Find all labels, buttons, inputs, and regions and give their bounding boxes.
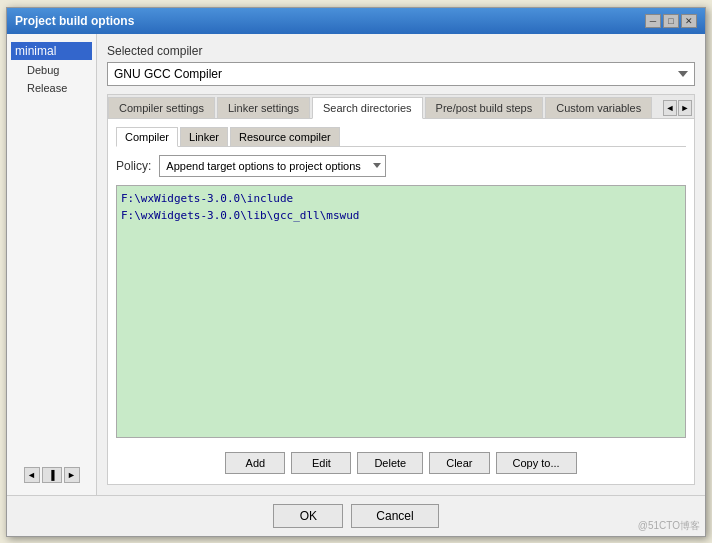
window-content: minimal Debug Release ◄ ▐ ► Selected com…: [7, 34, 705, 495]
watermark: @51CTO博客: [638, 519, 700, 533]
tab-content: Compiler Linker Resource compiler Policy…: [108, 119, 694, 484]
ok-button[interactable]: OK: [273, 504, 343, 528]
minimize-button[interactable]: ─: [645, 14, 661, 28]
left-panel: minimal Debug Release ◄ ▐ ►: [7, 34, 97, 495]
scroll-right-btn[interactable]: ►: [64, 467, 80, 483]
compiler-dropdown: GNU GCC Compiler: [107, 62, 695, 86]
cancel-button[interactable]: Cancel: [351, 504, 438, 528]
close-button[interactable]: ✕: [681, 14, 697, 28]
tree-item-release[interactable]: Release: [11, 80, 92, 96]
tab-compiler-settings[interactable]: Compiler settings: [108, 97, 215, 118]
compiler-section: Selected compiler GNU GCC Compiler: [107, 44, 695, 86]
tree-item-minimal[interactable]: minimal: [11, 42, 92, 60]
delete-button[interactable]: Delete: [357, 452, 423, 474]
compiler-label: Selected compiler: [107, 44, 695, 58]
tab-custom-variables[interactable]: Custom variables: [545, 97, 652, 118]
tab-nav-buttons: ◄ ►: [661, 98, 694, 118]
edit-button[interactable]: Edit: [291, 452, 351, 474]
dir-entry-0: F:\wxWidgets-3.0.0\include: [121, 190, 681, 208]
add-button[interactable]: Add: [225, 452, 285, 474]
inner-tab-compiler[interactable]: Compiler: [116, 127, 178, 147]
policy-row: Policy: Append target options to project…: [116, 155, 686, 177]
title-bar-buttons: ─ □ ✕: [645, 14, 697, 28]
tree-item-debug[interactable]: Debug: [11, 62, 92, 78]
inner-tab-linker[interactable]: Linker: [180, 127, 228, 146]
tab-nav-prev[interactable]: ◄: [663, 100, 677, 116]
policy-select[interactable]: Append target options to project options…: [159, 155, 386, 177]
directories-list[interactable]: F:\wxWidgets-3.0.0\include F:\wxWidgets-…: [116, 185, 686, 438]
tab-nav-next[interactable]: ►: [678, 100, 692, 116]
tree-scroll-area: ◄ ▐ ►: [11, 467, 92, 487]
tabs-container: Compiler settings Linker settings Search…: [107, 94, 695, 485]
policy-label: Policy:: [116, 159, 151, 173]
window-title: Project build options: [15, 14, 134, 28]
inner-tab-resource-compiler[interactable]: Resource compiler: [230, 127, 340, 146]
tab-prepost-build[interactable]: Pre/post build steps: [425, 97, 544, 118]
dir-entry-1: F:\wxWidgets-3.0.0\lib\gcc_dll\mswud: [121, 207, 681, 225]
footer-buttons: OK Cancel: [7, 495, 705, 536]
main-window: Project build options ─ □ ✕ minimal Debu…: [6, 7, 706, 537]
clear-button[interactable]: Clear: [429, 452, 489, 474]
tab-search-directories[interactable]: Search directories: [312, 97, 423, 119]
action-buttons: Add Edit Delete Clear Copy to...: [116, 446, 686, 476]
right-panel: Selected compiler GNU GCC Compiler Compi…: [97, 34, 705, 495]
tab-bar: Compiler settings Linker settings Search…: [108, 95, 694, 119]
title-bar: Project build options ─ □ ✕: [7, 8, 705, 34]
compiler-select[interactable]: GNU GCC Compiler: [107, 62, 695, 86]
maximize-button[interactable]: □: [663, 14, 679, 28]
scroll-mid-btn: ▐: [42, 467, 62, 483]
copy-to-button[interactable]: Copy to...: [496, 452, 577, 474]
inner-tab-bar: Compiler Linker Resource compiler: [116, 127, 686, 147]
tab-linker-settings[interactable]: Linker settings: [217, 97, 310, 118]
scroll-left-btn[interactable]: ◄: [24, 467, 40, 483]
